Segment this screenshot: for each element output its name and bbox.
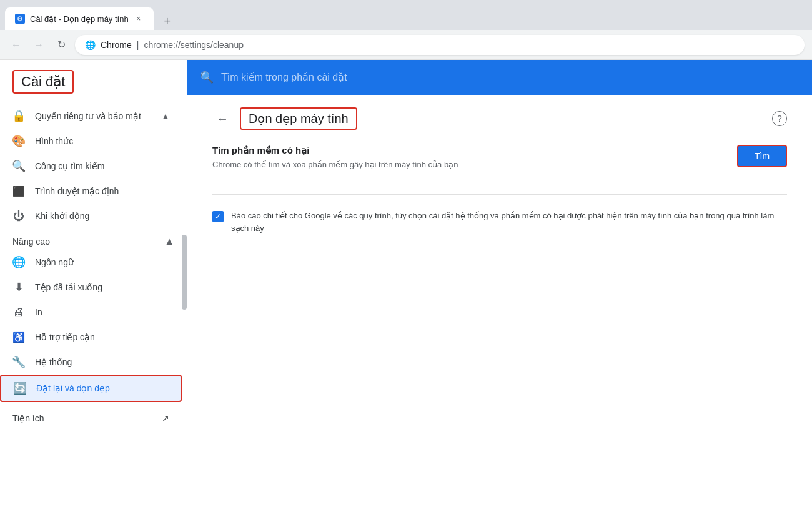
content-inner: ← Dọn dẹp máy tính ? Tìm phần mềm có hại… [187,95,812,247]
address-path: chrome://settings/cleanup [144,40,244,50]
sidebar-item-he-thong[interactable]: 🔧 Hệ thống [0,350,182,375]
sidebar-item-label: Quyền riêng tư và bảo mật [35,111,141,121]
scrollbar-thumb[interactable] [182,235,187,310]
back-button[interactable]: ← [212,109,232,129]
search-input[interactable] [221,72,800,83]
sidebar-item-trinh-duyet-mac-dinh[interactable]: ⬛ Trình duyệt mặc định [0,179,182,204]
sidebar-item-label: Hình thức [35,136,73,146]
page-header-left: ← Dọn dẹp máy tính [212,107,357,130]
reset-icon: 🔄 [14,382,26,395]
sidebar-item-dat-lai-va-don-dep[interactable]: 🔄 Đặt lại và dọn dẹp [0,375,182,402]
sidebar: Cài đặt 🔒 Quyền riêng tư và bảo mật ▲ 🎨 … [0,60,187,525]
checkbox-section: ✓ Báo cáo chi tiết cho Google về các quy… [212,210,787,234]
sidebar-item-ho-tro-tiep-can[interactable]: ♿ Hỗ trợ tiếp cận [0,325,182,350]
sidebar-item-label: Hệ thống [35,357,72,367]
arrow-icon: ▲ [162,112,169,120]
sidebar-item-label: Công cụ tìm kiếm [35,161,104,171]
sidebar-item-ngon-ngu[interactable]: 🌐 Ngôn ngữ [0,250,182,275]
address-bar: ← → ↻ 🌐 Chrome | chrome://settings/clean… [0,30,812,60]
download-icon: ⬇ [12,281,25,293]
sidebar-item-label: In [35,307,42,317]
find-button[interactable]: Tìm [737,145,787,167]
active-tab[interactable]: Cài đặt - Dọn dẹp máy tính × [5,7,154,30]
section-nang-cao-header[interactable]: Nâng cao ▲ [0,228,187,250]
find-section-title: Tìm phần mềm có hại [212,145,737,156]
tab-bar: Cài đặt - Dọn dẹp máy tính × + [0,0,812,30]
tab-favicon [15,14,25,24]
tab-title: Cài đặt - Dọn dẹp máy tính [30,14,129,24]
scrollbar-track [182,60,187,525]
browser-icon: ⬛ [12,185,25,197]
find-section-text: Tìm phần mềm có hại Chrome có thể tìm và… [212,145,737,179]
sidebar-item-label: Tệp đã tải xuống [35,282,102,292]
globe-icon: 🌐 [12,256,25,268]
power-icon: ⏻ [12,210,25,222]
sidebar-item-cong-cu-tim-kiem[interactable]: 🔍 Công cụ tìm kiếm [0,154,182,179]
sidebar-item-label: Khi khởi động [35,211,89,221]
section-nang-cao-title: Nâng cao [12,237,50,247]
tab-close-button[interactable]: × [134,14,144,24]
page-title: Dọn dẹp máy tính [249,112,349,125]
wrench-icon: 🔧 [12,356,25,368]
address-origin: Chrome [101,40,132,50]
back-nav-button[interactable]: ← [7,36,25,54]
sidebar-item-label: Trình duyệt mặc định [35,186,119,196]
content-area: 🔍 ← Dọn dẹp máy tính ? [187,60,812,525]
sidebar-item-hinh-thuc[interactable]: 🎨 Hình thức [0,129,182,154]
forward-nav-button[interactable]: → [30,36,47,54]
reload-button[interactable]: ↻ [52,36,70,54]
report-checkbox-wrapper[interactable]: ✓ [212,211,224,222]
accessibility-icon: ♿ [12,331,25,343]
address-input[interactable]: 🌐 Chrome | chrome://settings/cleanup [75,35,805,55]
sidebar-item-quyen-rieng-tu[interactable]: 🔒 Quyền riêng tư và bảo mật ▲ [0,104,182,129]
browser-frame: Cài đặt - Dọn dẹp máy tính × + ← → ↻ 🌐 C… [0,0,812,525]
sidebar-title: Cài đặt [12,70,74,94]
main-container: Cài đặt 🔒 Quyền riêng tư và bảo mật ▲ 🎨 … [0,60,812,525]
collapse-icon[interactable]: ▲ [164,236,174,247]
sidebar-item-label: Tiện ích [12,413,44,423]
find-section-description: Chrome có thể tìm và xóa phần mềm gây hạ… [212,160,737,169]
external-link-icon: ↗ [162,413,169,423]
sidebar-item-label: Hỗ trợ tiếp cận [35,332,95,342]
page-header: ← Dọn dẹp máy tính ? [212,107,787,130]
new-tab-button[interactable]: + [159,12,176,30]
palette-icon: 🎨 [12,135,25,147]
page-title-box: Dọn dẹp máy tính [240,107,357,130]
sidebar-item-khi-khoi-dong[interactable]: ⏻ Khi khởi động [0,204,182,228]
search-icon: 🔍 [12,160,25,172]
lock-icon: 🔒 [12,110,25,122]
find-section: Tìm phần mềm có hại Chrome có thể tìm và… [212,145,787,195]
search-bar: 🔍 [187,60,812,95]
help-button[interactable]: ? [772,111,787,126]
address-separator: | [137,40,139,50]
report-checkbox-label: Báo cáo chi tiết cho Google về các quy t… [231,210,787,234]
lock-icon: 🌐 [85,40,96,50]
sidebar-item-tep-da-tai-xuong[interactable]: ⬇ Tệp đã tải xuống [0,275,182,300]
sidebar-item-label: Ngôn ngữ [35,257,74,267]
sidebar-item-label: Đặt lại và dọn dẹp [36,383,110,393]
sidebar-item-in[interactable]: 🖨 In [0,300,182,325]
sidebar-item-tien-ich[interactable]: Tiện ích ↗ [0,407,182,429]
search-icon: 🔍 [200,71,214,84]
sidebar-header: Cài đặt [0,60,187,104]
print-icon: 🖨 [12,306,25,318]
